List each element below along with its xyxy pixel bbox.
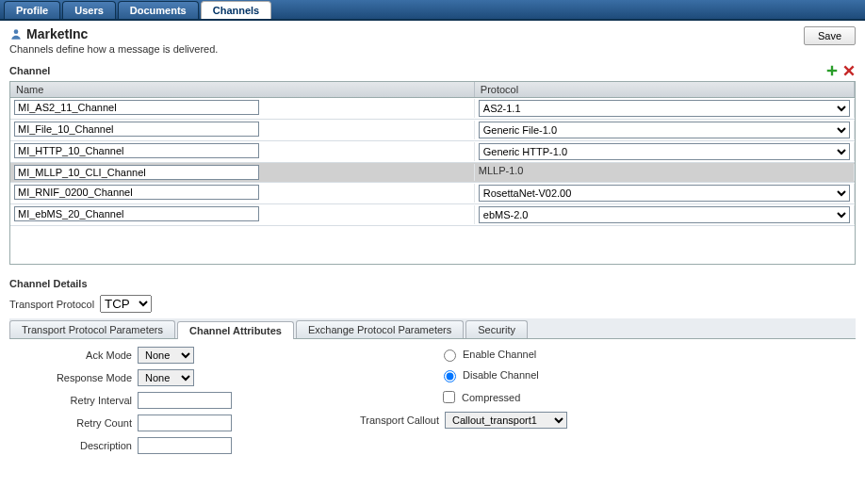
tab-profile[interactable]: Profile [4, 1, 60, 19]
compressed-checkbox[interactable] [443, 391, 455, 403]
sub-tab-epp[interactable]: Exchange Protocol Parameters [296, 320, 464, 338]
channel-protocol-select[interactable]: RosettaNet-V02.00 [479, 185, 850, 202]
tab-channels[interactable]: Channels [201, 1, 272, 19]
add-icon[interactable] [825, 64, 839, 77]
channel-table: Name Protocol AS2-1.1Generic File-1.0Gen… [9, 81, 856, 265]
channel-section-title: Channel [9, 65, 50, 76]
svg-point-0 [14, 29, 19, 34]
channel-protocol-select[interactable]: AS2-1.1 [479, 100, 850, 117]
description-label: Description [28, 440, 132, 451]
disable-channel-radio[interactable] [444, 370, 456, 382]
retry-interval-label: Retry Interval [28, 395, 132, 406]
sub-tab-security[interactable]: Security [465, 320, 528, 338]
channel-protocol-select[interactable]: Generic File-1.0 [479, 122, 850, 138]
channel-details-title: Channel Details [9, 278, 856, 289]
user-icon [9, 27, 23, 41]
compressed-label: Compressed [462, 392, 520, 403]
transport-protocol-select[interactable]: TCP [100, 295, 152, 313]
transport-callout-label: Transport Callout [335, 415, 439, 426]
channel-name-input[interactable] [14, 143, 259, 158]
sub-tab-tpp[interactable]: Transport Protocol Parameters [9, 320, 175, 338]
retry-interval-input[interactable] [138, 392, 232, 409]
tab-users[interactable]: Users [62, 1, 116, 19]
ack-mode-select[interactable]: None [138, 347, 194, 364]
response-mode-select[interactable]: None [138, 369, 194, 386]
sub-tab-channel-attributes[interactable]: Channel Attributes [177, 321, 294, 339]
enable-channel-radio[interactable] [444, 350, 456, 362]
transport-protocol-label: Transport Protocol [9, 299, 94, 310]
table-row[interactable]: Generic File-1.0 [10, 120, 855, 141]
table-row[interactable]: ebMS-2.0 [10, 204, 855, 226]
description-input[interactable] [138, 437, 232, 454]
save-button[interactable]: Save [804, 26, 856, 45]
table-row[interactable]: AS2-1.1 [10, 98, 855, 120]
column-header-protocol[interactable]: Protocol [475, 82, 855, 97]
enable-channel-label: Enable Channel [463, 349, 536, 360]
retry-count-input[interactable] [138, 415, 232, 431]
retry-count-label: Retry Count [28, 417, 132, 429]
column-header-name[interactable]: Name [10, 82, 475, 97]
disable-channel-label: Disable Channel [463, 369, 539, 381]
channel-protocol-text: MLLP-1.0 [479, 165, 524, 176]
svg-rect-2 [827, 70, 838, 72]
channel-protocol-select[interactable]: ebMS-2.0 [479, 206, 850, 223]
details-sub-tabs: Transport Protocol Parameters Channel At… [9, 318, 856, 339]
ack-mode-label: Ack Mode [28, 350, 132, 361]
page-subtitle: Channels define how a message is deliver… [9, 43, 218, 55]
channel-name-input[interactable] [14, 185, 259, 200]
channel-protocol-select[interactable]: Generic HTTP-1.0 [479, 143, 850, 160]
tab-documents[interactable]: Documents [118, 1, 199, 19]
channel-name-input[interactable] [14, 122, 259, 137]
channel-name-input[interactable] [14, 206, 259, 221]
channel-name-input[interactable] [14, 165, 259, 180]
channel-name-input[interactable] [14, 100, 259, 115]
table-row[interactable]: Generic HTTP-1.0 [10, 141, 855, 163]
delete-icon[interactable] [842, 64, 856, 77]
page-title: MarketInc [26, 26, 88, 41]
transport-callout-select[interactable]: Callout_transport1 [445, 412, 567, 429]
channel-section-title-row: Channel [9, 64, 856, 77]
table-row[interactable]: RosettaNet-V02.00 [10, 183, 855, 204]
response-mode-label: Response Mode [28, 372, 132, 383]
main-tab-bar: Profile Users Documents Channels [0, 0, 865, 21]
table-row[interactable]: MLLP-1.0 [10, 163, 855, 183]
